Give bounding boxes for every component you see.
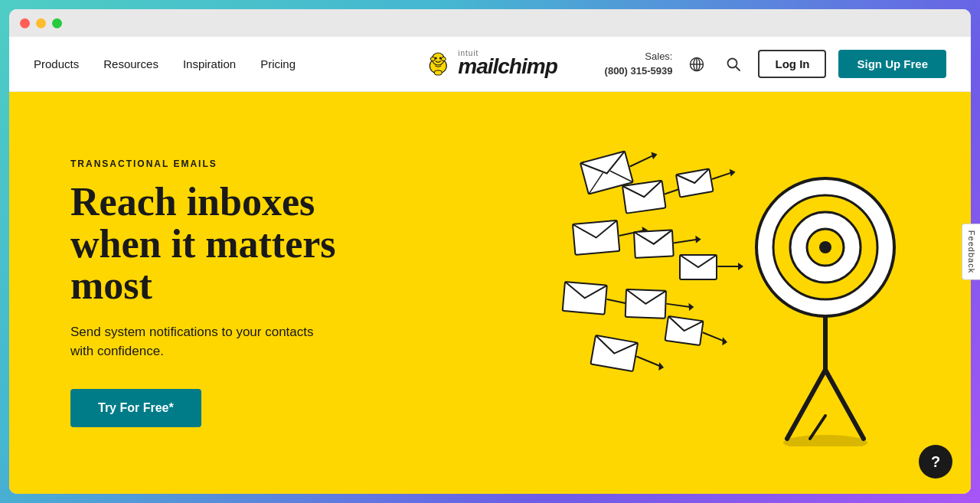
sales-label: Sales: xyxy=(605,50,673,64)
globe-button[interactable] xyxy=(684,52,709,77)
nav-item-resources[interactable]: Resources xyxy=(103,57,158,70)
hero-title: Reach inboxes when it matters most xyxy=(70,181,392,307)
globe-icon xyxy=(689,57,704,72)
search-icon xyxy=(726,57,741,72)
hero-eyebrow: TRANSACTIONAL EMAILS xyxy=(70,158,392,169)
close-button[interactable] xyxy=(20,18,30,28)
sales-phone[interactable]: (800) 315-5939 xyxy=(605,64,673,78)
svg-marker-51 xyxy=(738,263,743,270)
search-button[interactable] xyxy=(721,52,746,77)
svg-line-13 xyxy=(787,370,825,439)
hero-illustration xyxy=(557,140,925,446)
svg-marker-42 xyxy=(688,302,694,310)
sales-info: Sales: (800) 315-5939 xyxy=(605,50,673,77)
svg-line-47 xyxy=(712,172,732,178)
browser-window: Products Resources Inspiration Pricing xyxy=(9,9,971,494)
feedback-sidebar-tab[interactable]: Feedback xyxy=(962,223,980,279)
svg-marker-48 xyxy=(730,168,737,176)
nav-left: Products Resources Inspiration Pricing xyxy=(34,57,490,70)
nav-right: Sales: (800) 315-5939 Log In Sign Up Fre… xyxy=(490,50,946,78)
svg-point-5 xyxy=(441,57,446,60)
svg-line-44 xyxy=(636,356,662,365)
mailchimp-monkey-icon xyxy=(423,49,453,80)
navbar: Products Resources Inspiration Pricing xyxy=(9,37,971,92)
help-button[interactable]: ? xyxy=(919,445,952,479)
target-envelopes-illustration xyxy=(557,140,925,446)
svg-marker-45 xyxy=(658,361,665,371)
svg-line-41 xyxy=(667,303,690,306)
svg-point-16 xyxy=(783,435,867,446)
nav-item-products[interactable]: Products xyxy=(34,57,79,70)
svg-point-22 xyxy=(819,241,831,253)
svg-marker-54 xyxy=(721,337,727,346)
svg-line-26 xyxy=(629,155,655,165)
svg-point-4 xyxy=(430,57,435,60)
svg-line-14 xyxy=(825,370,864,439)
mailchimp-brand-label: mailchimp xyxy=(458,54,557,78)
svg-line-53 xyxy=(702,332,724,341)
svg-marker-27 xyxy=(651,150,658,158)
minimize-button[interactable] xyxy=(36,18,46,28)
hero-subtitle: Send system notifications to your contac… xyxy=(70,322,331,361)
svg-rect-6 xyxy=(434,70,442,75)
nav-item-pricing[interactable]: Pricing xyxy=(260,57,296,70)
title-bar xyxy=(9,9,971,37)
svg-line-12 xyxy=(736,67,740,70)
hero-content: TRANSACTIONAL EMAILS Reach inboxes when … xyxy=(70,158,392,427)
try-free-button[interactable]: Try For Free* xyxy=(70,389,201,427)
traffic-lights xyxy=(20,18,62,28)
nav-item-inspiration[interactable]: Inspiration xyxy=(183,57,236,70)
nav-logo[interactable]: intuit mailchimp xyxy=(423,49,557,80)
login-button[interactable]: Log In xyxy=(758,50,826,78)
maximize-button[interactable] xyxy=(52,18,62,28)
svg-line-35 xyxy=(675,239,697,243)
hero-section: TRANSACTIONAL EMAILS Reach inboxes when … xyxy=(9,92,971,494)
signup-button[interactable]: Sign Up Free xyxy=(838,50,946,78)
svg-marker-36 xyxy=(695,235,701,243)
